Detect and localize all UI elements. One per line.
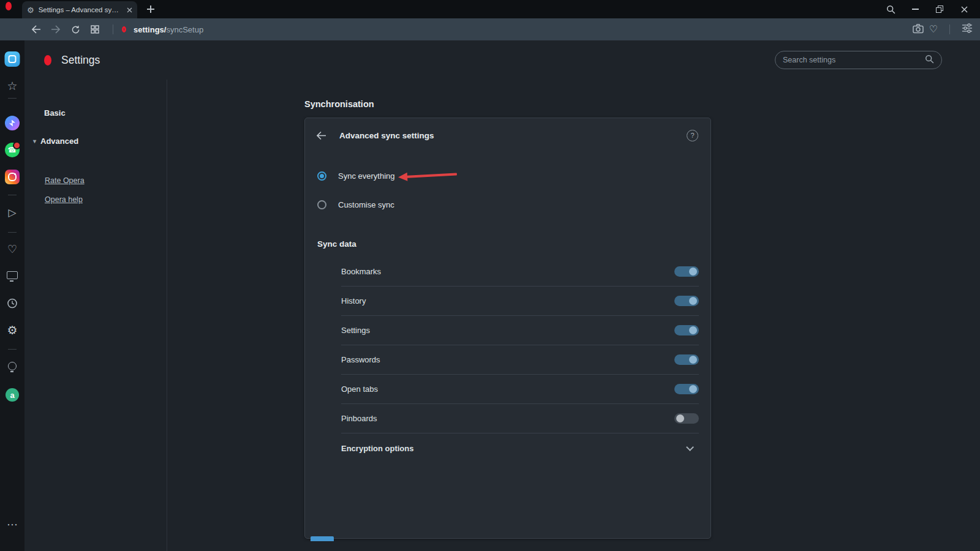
divider xyxy=(8,195,17,195)
encryption-options-label: Encryption options xyxy=(341,444,413,453)
opera-logo-icon xyxy=(44,55,51,66)
toggle-label: Pinboards xyxy=(341,414,377,423)
divider xyxy=(113,24,113,34)
settings-nav-panel: Basic ▾ Advanced Rate Opera Opera help xyxy=(24,80,167,551)
radio-button[interactable] xyxy=(317,171,326,181)
settings-header: Settings xyxy=(24,40,980,80)
opera-help-link[interactable]: Opera help xyxy=(45,195,83,204)
annotation-arrow xyxy=(398,170,458,181)
settings-toggle[interactable] xyxy=(674,325,699,335)
advanced-sync-settings-card: Advanced sync settings ? Sync everything… xyxy=(304,118,711,539)
settings-gear-icon[interactable]: ⚙ xyxy=(7,324,17,336)
minimize-button[interactable] xyxy=(903,0,927,18)
address-bar: settings/syncSetup ♡ xyxy=(0,18,980,40)
radio-label: Sync everything xyxy=(338,171,395,181)
toggle-label: Settings xyxy=(341,326,370,335)
sidebar-more-dots-icon[interactable]: ⋯ xyxy=(7,519,18,530)
search-input[interactable] xyxy=(783,56,925,64)
sidebar: ☆ ☎ ▷ ♡ ⚙ a ⋯ xyxy=(0,40,24,551)
history-toggle[interactable] xyxy=(674,296,699,306)
page-app-title: Settings xyxy=(61,54,100,67)
amazon-icon[interactable]: a xyxy=(6,388,19,402)
open-tabs-toggle[interactable] xyxy=(674,384,699,394)
gear-favicon-icon: ⚙ xyxy=(27,6,34,14)
tabs-monitor-icon[interactable] xyxy=(7,271,18,279)
pinboards-toggle[interactable] xyxy=(674,413,699,424)
nav-advanced-label: Advanced xyxy=(40,137,78,146)
nav-item-basic[interactable]: Basic xyxy=(44,108,66,118)
toggle-label: Bookmarks xyxy=(341,267,381,276)
telegram-plane-icon[interactable]: ▷ xyxy=(8,208,16,218)
radio-button[interactable] xyxy=(317,200,326,209)
speed-dial-grid-icon[interactable] xyxy=(87,25,103,34)
section-heading-synchronisation: Synchronisation xyxy=(304,99,374,109)
back-icon[interactable] xyxy=(28,25,44,34)
caret-down-icon: ▾ xyxy=(33,138,36,144)
url-prefix: settings/ xyxy=(134,25,166,34)
card-title: Advanced sync settings xyxy=(339,131,434,140)
sync-data-list: Bookmarks History Settings Passwords Ope… xyxy=(341,257,699,463)
speed-dial-home-icon[interactable] xyxy=(5,51,20,67)
tab-search-icon[interactable] xyxy=(878,0,903,18)
chevron-down-icon xyxy=(686,443,694,451)
rate-opera-link[interactable]: Rate Opera xyxy=(45,176,85,185)
tab-bar: ⚙ Settings – Advanced sync s xyxy=(0,0,980,18)
history-clock-icon[interactable] xyxy=(7,298,18,309)
partial-bottom-element xyxy=(311,536,334,541)
snapshot-camera-icon[interactable] xyxy=(913,23,924,36)
toggle-row-passwords: Passwords xyxy=(341,345,699,375)
toggle-label: Passwords xyxy=(341,355,380,364)
restore-button[interactable] xyxy=(927,0,952,18)
toggle-row-settings: Settings xyxy=(341,316,699,345)
sync-data-heading: Sync data xyxy=(317,239,356,249)
divider xyxy=(8,98,17,99)
radio-customise-sync[interactable]: Customise sync xyxy=(317,197,394,212)
card-header: Advanced sync settings ? xyxy=(305,118,710,152)
radio-sync-everything[interactable]: Sync everything xyxy=(317,168,395,183)
bookmarks-toggle[interactable] xyxy=(674,266,699,277)
opera-logo-icon[interactable] xyxy=(6,2,12,10)
close-button[interactable] xyxy=(952,0,976,18)
sidebar-setup-sliders-icon[interactable] xyxy=(962,23,973,36)
help-icon[interactable]: ? xyxy=(687,130,698,141)
url-field[interactable]: settings/syncSetup xyxy=(134,25,203,34)
settings-search-box[interactable] xyxy=(775,51,942,69)
tab-close-icon[interactable] xyxy=(127,4,132,15)
back-arrow-icon[interactable] xyxy=(316,131,333,140)
toggle-label: History xyxy=(341,296,366,305)
bookmarks-star-icon[interactable]: ☆ xyxy=(7,80,17,92)
messenger-icon[interactable] xyxy=(5,116,20,130)
divider xyxy=(8,232,17,233)
tab-title: Settings – Advanced sync s xyxy=(39,6,123,13)
instagram-icon[interactable] xyxy=(5,170,20,184)
divider xyxy=(949,24,950,34)
forward-icon[interactable] xyxy=(48,25,64,34)
toggle-row-bookmarks: Bookmarks xyxy=(341,257,699,287)
whatsapp-icon[interactable]: ☎ xyxy=(5,143,20,157)
toggle-row-pinboards: Pinboards xyxy=(341,404,699,433)
toggle-label: Open tabs xyxy=(341,384,378,394)
encryption-options-row[interactable]: Encryption options xyxy=(341,433,699,463)
opera-favicon-icon xyxy=(122,26,126,32)
radio-label: Customise sync xyxy=(338,200,394,209)
toggle-row-history: History xyxy=(341,287,699,316)
bookmark-heart-icon[interactable]: ♡ xyxy=(929,24,938,34)
passwords-toggle[interactable] xyxy=(674,354,699,365)
url-suffix: syncSetup xyxy=(166,25,203,34)
personal-news-heart-icon[interactable]: ♡ xyxy=(7,244,17,255)
search-icon xyxy=(925,54,934,66)
easy-setup-lightbulb-icon[interactable] xyxy=(8,362,17,370)
divider xyxy=(8,349,17,350)
new-tab-button[interactable] xyxy=(146,4,156,14)
toggle-row-open-tabs: Open tabs xyxy=(341,375,699,404)
browser-tab-settings[interactable]: ⚙ Settings – Advanced sync s xyxy=(22,1,137,18)
nav-item-advanced[interactable]: ▾ Advanced xyxy=(33,137,78,146)
reload-icon[interactable] xyxy=(67,25,83,34)
settings-main: Synchronisation Advanced sync settings ?… xyxy=(167,80,980,551)
